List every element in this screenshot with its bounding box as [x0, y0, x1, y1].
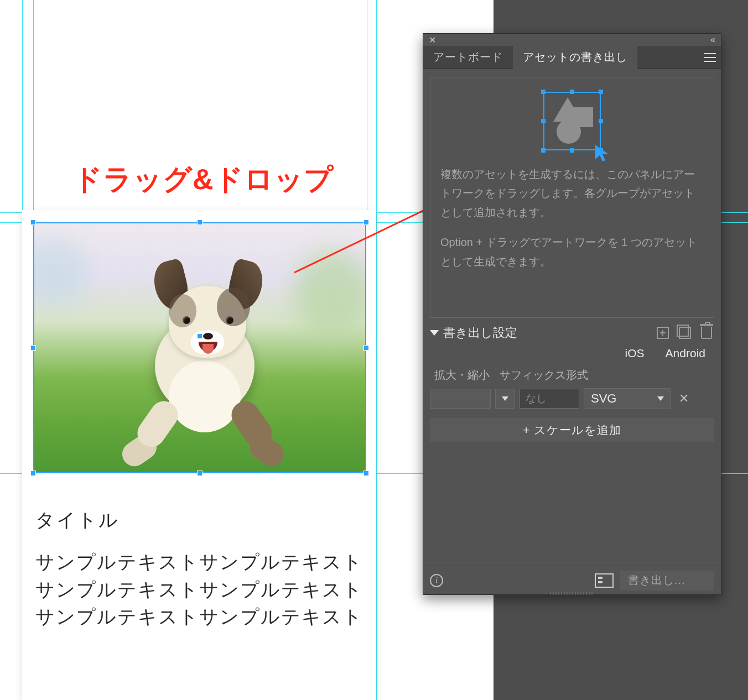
- asset-drop-zone[interactable]: 複数のアセットを生成するには、このパネルにアートワークをドラッグします。各グルー…: [430, 77, 714, 318]
- selection-handle[interactable]: [30, 345, 36, 351]
- chevron-down-icon: [502, 396, 508, 401]
- selection-handle[interactable]: [363, 471, 369, 476]
- export-settings-label: 書き出し設定: [443, 325, 517, 341]
- tab-asset-export[interactable]: アセットの書き出し: [513, 46, 637, 69]
- export-button: 書き出し...: [620, 571, 714, 591]
- annotation-label: ドラッグ&ドロップ: [73, 160, 334, 199]
- dropzone-illustration: [543, 92, 601, 150]
- add-scale-button[interactable]: + スケールを追加: [430, 418, 714, 442]
- svg-rect-4: [704, 61, 716, 62]
- panel-collapse-icon[interactable]: «: [710, 35, 715, 45]
- chevron-down-icon: [657, 396, 664, 401]
- tab-artboards[interactable]: アートボード: [423, 46, 513, 69]
- selection-center-handle[interactable]: [197, 333, 202, 339]
- remove-row-icon[interactable]: ✕: [676, 391, 692, 406]
- trash-icon: [701, 327, 712, 339]
- export-settings-toggle[interactable]: 書き出し設定: [430, 325, 517, 341]
- panel-close-icon[interactable]: ✕: [429, 35, 436, 45]
- card-title[interactable]: タイトル: [35, 508, 120, 533]
- panel-menu-icon[interactable]: [699, 46, 721, 69]
- dropzone-message-alt: Option + ドラッグでアートワークを 1 つのアセットとして生成できます。: [440, 233, 704, 271]
- selection-handle[interactable]: [197, 471, 202, 476]
- format-dropdown[interactable]: SVG: [584, 388, 671, 409]
- panel-resize-grip[interactable]: [550, 592, 594, 595]
- add-asset-icon: [657, 327, 669, 339]
- scale-input[interactable]: [430, 389, 491, 409]
- svg-rect-3: [704, 57, 716, 58]
- selected-image[interactable]: [33, 222, 366, 473]
- chevron-down-icon: [430, 330, 439, 336]
- export-button-label: 書き出し...: [628, 573, 685, 588]
- cursor-icon: [594, 144, 613, 163]
- platform-android[interactable]: Android: [666, 347, 705, 360]
- selection-handle[interactable]: [363, 345, 369, 351]
- list-view-icon[interactable]: [595, 573, 614, 588]
- duplicate-icon: [679, 327, 691, 339]
- suffix-placeholder: なし: [526, 391, 547, 406]
- header-scale: 拡大・縮小: [434, 368, 490, 383]
- scale-dropdown[interactable]: [495, 389, 515, 409]
- guide-vertical: [376, 0, 377, 700]
- info-icon[interactable]: i: [430, 574, 443, 587]
- header-suffix: サフィックス形式: [500, 368, 588, 383]
- selection-handle[interactable]: [197, 220, 202, 225]
- asset-export-panel: ✕ « アートボード アセットの書き出し 複数のアセットを生成するには、このパ: [423, 33, 721, 595]
- selection-handle[interactable]: [30, 471, 36, 476]
- selection-handle[interactable]: [363, 220, 369, 225]
- card-body-text[interactable]: サンプルテキストサンプルテキストサンプルテキストサンプルテキストサンプルテキスト…: [35, 548, 371, 631]
- suffix-input[interactable]: なし: [520, 389, 579, 409]
- svg-rect-2: [704, 53, 716, 54]
- selection-handle[interactable]: [30, 220, 36, 225]
- platform-ios[interactable]: iOS: [625, 347, 645, 360]
- format-selected: SVG: [591, 391, 616, 406]
- dropzone-message: 複数のアセットを生成するには、このパネルにアートワークをドラッグします。各グルー…: [440, 165, 704, 222]
- image-placeholder: [33, 222, 366, 473]
